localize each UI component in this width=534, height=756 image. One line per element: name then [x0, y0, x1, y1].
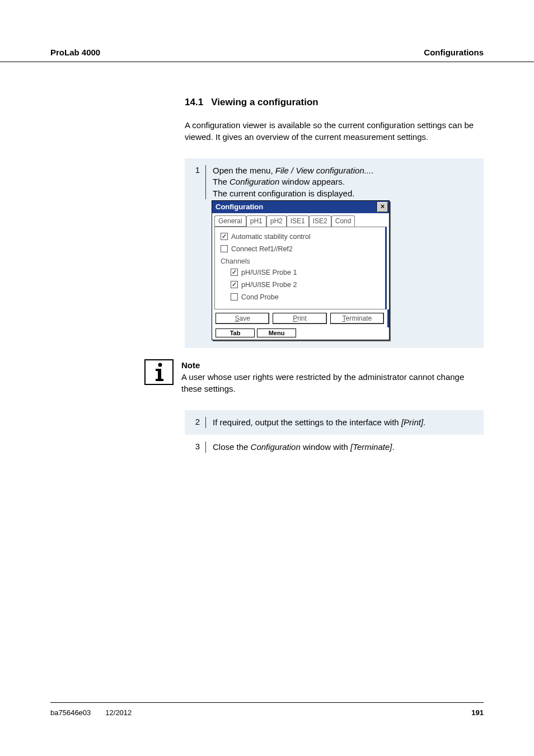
window-title: Configuration	[216, 203, 263, 211]
step-2-text: If required, output the settings to the …	[206, 417, 477, 428]
step-2: 2 If required, output the settings to th…	[185, 410, 484, 435]
print-underline: P	[293, 314, 297, 322]
step-3-italic2: [Terminate]	[350, 442, 392, 452]
configuration-window: Configuration × General pH1 pH2 ISE1 ISE…	[212, 200, 390, 340]
tab-button[interactable]: Tab	[216, 328, 255, 337]
bottom-button-row: Tab Menu	[212, 327, 389, 340]
section-heading: 14.1 Viewing a configuration	[185, 97, 484, 108]
step-1-line1-post: .	[371, 166, 373, 175]
step-3: 3 Close the Configuration window with [T…	[185, 435, 484, 459]
checkbox-label: Cond Probe	[241, 293, 279, 301]
checkbox-icon	[231, 293, 238, 300]
tab-ise2[interactable]: ISE2	[309, 215, 331, 227]
checkbox-auto-stability[interactable]: Automatic stability control	[221, 233, 380, 241]
steps-group-2: 2 If required, output the settings to th…	[185, 410, 484, 460]
print-button[interactable]: Print	[273, 313, 326, 324]
step-3-pre: Close the	[213, 442, 251, 452]
step-1-line1-italic: File / View configuration...	[275, 166, 371, 175]
footer-date: 12/2012	[105, 708, 132, 717]
tabs-row: General pH1 pH2 ISE1 ISE2 Cond	[212, 213, 389, 227]
tab-ise1[interactable]: ISE1	[287, 215, 309, 227]
content-area: 14.1 Viewing a configuration A configura…	[0, 97, 534, 459]
note-body: A user whose user rights were restricted…	[181, 372, 464, 393]
checkbox-cond-probe[interactable]: Cond Probe	[231, 293, 380, 301]
terminate-rest: erminate	[345, 314, 372, 322]
step-3-mid: window with	[301, 442, 350, 452]
step-1-line3: The current configuration is displayed.	[213, 189, 354, 198]
tab-general[interactable]: General	[214, 215, 246, 227]
step-1-line1-pre: Open the menu,	[213, 166, 275, 175]
step-2-number: 2	[185, 417, 206, 428]
checkbox-label: pH/U/ISE Probe 1	[241, 269, 297, 276]
checkbox-probe1[interactable]: pH/U/ISE Probe 1	[231, 269, 380, 276]
step-2-italic: [Print]	[401, 417, 423, 427]
tab-ph1[interactable]: pH1	[246, 215, 266, 227]
checkbox-icon	[221, 245, 228, 252]
checkbox-connect-ref[interactable]: Connect Ref1//Ref2	[221, 245, 380, 253]
intro-paragraph: A configuration viewer is available so t…	[185, 119, 484, 143]
checkbox-label: Automatic stability control	[231, 233, 311, 241]
checkbox-icon	[221, 233, 228, 240]
checkbox-label: Connect Ref1//Ref2	[231, 245, 293, 253]
close-button[interactable]: ×	[377, 202, 388, 212]
step-2-pre: If required, output the settings to the …	[213, 417, 401, 427]
step-1-line2-pre: The	[213, 177, 229, 186]
tab-ph2[interactable]: pH2	[266, 215, 287, 227]
checkbox-icon	[231, 269, 238, 276]
step-3-post: .	[392, 442, 394, 452]
info-icon	[144, 359, 174, 385]
step-3-number: 3	[185, 442, 206, 453]
screenshot-container: Configuration × General pH1 pH2 ISE1 ISE…	[185, 200, 484, 348]
step-3-text: Close the Configuration window with [Ter…	[206, 442, 477, 453]
step-1-text: Open the menu, File / View configuration…	[206, 165, 477, 199]
step-1-line2-post: window appears.	[279, 177, 345, 186]
note-label: Note	[181, 360, 200, 370]
section-title: Viewing a configuration	[211, 97, 318, 107]
save-rest: ave	[239, 314, 250, 322]
section-number: 14.1	[185, 97, 203, 107]
step-2-post: .	[423, 417, 425, 427]
note-text: Note A user whose user rights were restr…	[181, 359, 484, 395]
terminate-button[interactable]: Terminate	[330, 313, 384, 324]
checkbox-probe2[interactable]: pH/U/ISE Probe 2	[231, 281, 380, 289]
step-1-line2-italic: Configuration	[229, 177, 279, 186]
note-section: Note A user whose user rights were restr…	[144, 359, 484, 395]
footer-left: ba75646e03 12/2012	[50, 708, 132, 717]
checkbox-icon	[231, 281, 238, 288]
save-button[interactable]: Save	[216, 313, 269, 324]
page-header: ProLab 4000 Configurations	[0, 0, 534, 62]
info-icon-svg	[148, 361, 170, 383]
footer-doc-id: ba75646e03	[50, 708, 91, 717]
tab-body: Automatic stability control Connect Ref1…	[214, 227, 387, 309]
header-section: Configurations	[424, 48, 484, 57]
print-rest: rint	[297, 314, 307, 322]
window-button-row: Save Print Terminate	[212, 309, 389, 327]
page-number: 191	[471, 708, 484, 717]
header-product: ProLab 4000	[50, 48, 100, 57]
svg-point-0	[158, 363, 162, 367]
step-3-italic1: Configuration	[251, 442, 301, 452]
page-footer: ba75646e03 12/2012 191	[50, 702, 484, 717]
tab-cond[interactable]: Cond	[331, 215, 355, 227]
checkbox-label: pH/U/ISE Probe 2	[241, 281, 297, 289]
window-titlebar: Configuration ×	[212, 201, 389, 213]
menu-button[interactable]: Menu	[257, 328, 296, 337]
step-1: 1 Open the menu, File / View configurati…	[185, 158, 484, 200]
channels-group-label: Channels	[221, 257, 380, 265]
step-1-number: 1	[185, 165, 206, 199]
